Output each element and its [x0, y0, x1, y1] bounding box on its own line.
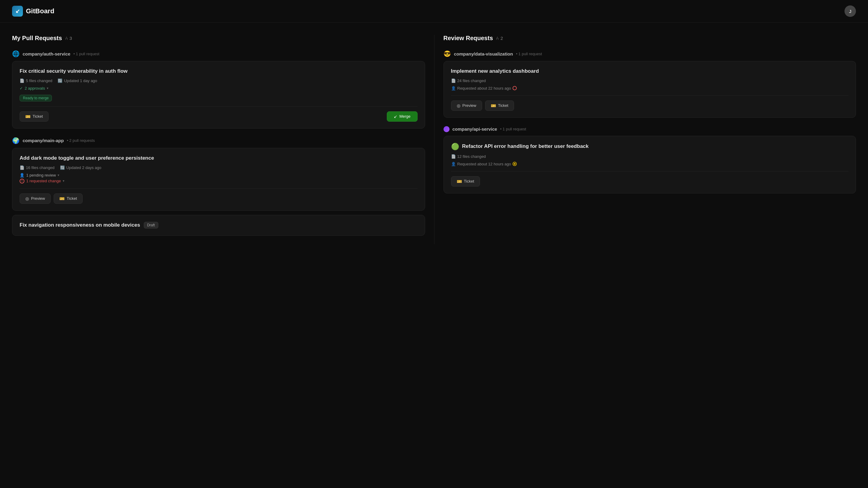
my-pull-requests-column: My Pull Requests ⑃ 3 🌐 company/auth-serv…: [12, 35, 434, 244]
pr-requested-analytics: 👤 Requested about 22 hours ago: [451, 86, 849, 90]
preview-button-dark[interactable]: ◎ Preview: [20, 194, 51, 204]
ticket-button-auth[interactable]: 🎫 Ticket: [20, 111, 49, 122]
merge-button-auth[interactable]: ↙ Merge: [387, 111, 417, 122]
ready-to-merge-badge: Ready to merge: [20, 95, 52, 102]
person-icon: 👤: [20, 173, 24, 177]
card-divider-analytics: [451, 95, 849, 96]
approvals-indicator[interactable]: ✓ 2 approvals ▾: [20, 86, 49, 90]
repo-header-data-viz: 😎 company/data-visualization • 1 pull re…: [443, 50, 856, 57]
pr-meta-api: 📄 12 files changed: [451, 154, 849, 159]
app-header: ↙ GitBoard J: [0, 0, 868, 23]
pr-meta-auth-service-1: 📄 5 files changed 🔄 Updated 1 day ago: [20, 79, 417, 83]
ticket-button-api[interactable]: 🎫 Ticket: [451, 176, 480, 186]
pr-emoji-api: 🟢: [451, 143, 459, 151]
repo-count-data-viz: • 1 pull request: [516, 52, 542, 56]
repo-emoji-auth-service: 🌐: [12, 50, 20, 57]
draft-badge: Draft: [144, 222, 158, 228]
repo-count-auth-service: • 1 pull request: [73, 52, 99, 56]
requested-change-label: 1 requested change: [26, 179, 61, 183]
pr-title-auth-service-1: Fix critical security vulnerability in a…: [20, 68, 417, 75]
requested-label-analytics: Requested about 22 hours ago: [457, 86, 512, 90]
file-icon: 📄: [20, 79, 24, 83]
updated-dark-label: Updated 2 days ago: [66, 165, 101, 170]
ticket-button-dark[interactable]: 🎫 Ticket: [54, 194, 83, 204]
pr-actions-api: 🎫 Ticket: [451, 176, 849, 186]
pr-status-row-auth: ✓ 2 approvals ▾: [20, 86, 417, 90]
requested-change-icon: !: [20, 179, 24, 183]
repo-emoji-api-service: [443, 126, 450, 132]
repo-group-data-viz: 😎 company/data-visualization • 1 pull re…: [443, 50, 856, 118]
review-req-count-area: ⑃ 2: [496, 36, 503, 41]
file-icon-2: 📄: [20, 165, 24, 170]
merge-label: Merge: [400, 114, 411, 119]
preview-label-dark: Preview: [31, 196, 45, 201]
pending-review-indicator[interactable]: 👤 1 pending review ▾: [20, 173, 417, 177]
requested-change-indicator[interactable]: ! 1 requested change ▾: [20, 179, 417, 183]
review-req-count: 2: [500, 36, 503, 41]
user-avatar[interactable]: J: [844, 5, 856, 17]
merge-icon: ↙: [394, 114, 397, 119]
pending-chevron-icon: ▾: [58, 173, 59, 177]
review-req-title: Review Requests: [443, 35, 493, 41]
status-dot-yellow-api: [513, 162, 517, 166]
preview-button-analytics[interactable]: ◎ Preview: [451, 101, 482, 111]
repo-count-main-app: • 2 pull requests: [67, 138, 95, 143]
repo-emoji-data-viz: 😎: [443, 50, 451, 57]
pr-title-analytics: Implement new analytics dashboard: [451, 68, 849, 75]
pr-title-api-error: Refactor API error handling for better u…: [462, 143, 589, 150]
pr-title-nav-fix: Fix navigation responsiveness on mobile …: [20, 222, 140, 229]
my-pr-title: My Pull Requests: [12, 35, 62, 41]
updated-meta: 🔄 Updated 1 day ago: [58, 79, 97, 83]
repo-name-api-service: company/api-service: [453, 126, 497, 132]
files-changed-dark-label: 16 files changed: [26, 165, 55, 170]
preview-label-analytics: Preview: [463, 103, 476, 108]
files-changed-analytics-label: 24 files changed: [457, 79, 486, 83]
refresh-icon: 🔄: [58, 79, 62, 83]
app-name: GitBoard: [26, 7, 54, 15]
card-divider-dark: [20, 188, 417, 189]
pr-meta-analytics: 📄 24 files changed: [451, 79, 849, 83]
checkmark-icon: ✓: [20, 86, 23, 90]
ticket-label: Ticket: [33, 114, 43, 119]
card-divider: [20, 106, 417, 107]
status-dot-red-analytics: [513, 86, 517, 90]
git-branch-icon: ⑃: [65, 36, 68, 41]
my-pr-section-header: My Pull Requests ⑃ 3: [12, 35, 425, 41]
repo-emoji-main-app: 🌍: [12, 137, 20, 144]
ticket-button-analytics[interactable]: 🎫 Ticket: [485, 101, 514, 111]
ticket-label-dark: Ticket: [67, 196, 77, 201]
pr-actions-analytics: ◎ Preview 🎫 Ticket: [451, 101, 849, 111]
ticket-label-api: Ticket: [464, 179, 474, 183]
person-icon-api: 👤: [451, 162, 456, 166]
requested-label-api: Requested about 12 hours ago: [457, 162, 512, 166]
repo-group-api-service: company/api-service • 1 pull request 🟢 R…: [443, 126, 856, 194]
repo-group-main-app: 🌍 company/main-app • 2 pull requests Add…: [12, 137, 425, 236]
logo-icon: ↙: [12, 6, 23, 17]
req-change-chevron-icon: ▾: [63, 179, 64, 183]
repo-name-auth-service: company/auth-service: [23, 51, 70, 56]
ticket-icon-api: 🎫: [457, 179, 462, 184]
pr-card-main-app-2: Fix navigation responsiveness on mobile …: [12, 215, 425, 236]
updated-label: Updated 1 day ago: [64, 79, 97, 83]
updated-dark-mode: 🔄 Updated 2 days ago: [60, 165, 101, 170]
pr-actions-dark: ◎ Preview 🎫 Ticket: [20, 194, 417, 204]
pr-actions-auth: 🎫 Ticket ↙ Merge: [20, 111, 417, 122]
approvals-label: 2 approvals: [25, 86, 45, 90]
my-pr-count-area: ⑃ 3: [65, 36, 72, 41]
refresh-icon-2: 🔄: [60, 165, 65, 170]
review-requests-column: Review Requests ⑃ 2 😎 company/data-visua…: [434, 35, 856, 244]
repo-count-api-service: • 1 pull request: [500, 127, 526, 131]
pr-title-dark-mode: Add dark mode toggle and user preference…: [20, 155, 417, 162]
pr-meta-dark-mode: 📄 16 files changed 🔄 Updated 2 days ago: [20, 165, 417, 170]
git-branch-icon-2: ⑃: [496, 36, 499, 41]
repo-name-data-viz: company/data-visualization: [454, 51, 513, 56]
files-changed-label: 5 files changed: [26, 79, 52, 83]
pr-card-api-error: 🟢 Refactor API error handling for better…: [443, 136, 856, 194]
review-req-section-header: Review Requests ⑃ 2: [443, 35, 856, 41]
file-icon-api: 📄: [451, 154, 456, 159]
main-content: My Pull Requests ⑃ 3 🌐 company/auth-serv…: [0, 23, 868, 256]
repo-header-main-app: 🌍 company/main-app • 2 pull requests: [12, 137, 425, 144]
files-changed-api: 📄 12 files changed: [451, 154, 486, 159]
chevron-down-icon: ▾: [47, 86, 49, 90]
ticket-icon-dark: 🎫: [59, 196, 64, 201]
